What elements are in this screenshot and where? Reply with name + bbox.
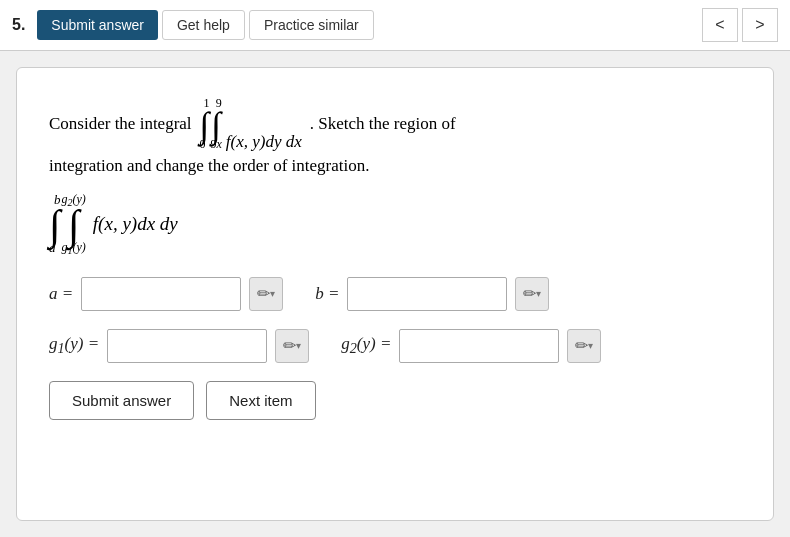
pencil-dropdown-b-icon: ▾: [536, 288, 541, 299]
pencil-icon: ✏: [257, 284, 270, 303]
g1-label: g1(y) =: [49, 334, 99, 357]
pencil-icon-g2: ✏: [575, 336, 588, 355]
text-consider: Consider the integral: [49, 114, 192, 134]
problem-statement-line2: integration and change the order of inte…: [49, 156, 741, 176]
g1-pencil-button[interactable]: ✏ ▾: [275, 329, 309, 363]
a-pencil-button[interactable]: ✏ ▾: [249, 277, 283, 311]
a-input[interactable]: [81, 277, 241, 311]
problem-statement-line1: Consider the integral 1 ∫ 0 9 ∫ 9x f(x, …: [49, 96, 741, 152]
b-pencil-button[interactable]: ✏ ▾: [515, 277, 549, 311]
g2-label: g2(y) =: [341, 334, 391, 357]
pencil-dropdown-g1-icon: ▾: [296, 340, 301, 351]
toolbar: 5. Submit answer Get help Practice simil…: [0, 0, 790, 51]
rewritten-integral-display: b ∫ a g2(y) ∫ g1(y) f(x, y)dx dy: [49, 192, 741, 257]
pencil-dropdown-g2-icon: ▾: [588, 340, 593, 351]
ab-input-row: a = ✏ ▾ b = ✏ ▾: [49, 277, 741, 311]
a-input-group: a = ✏ ▾: [49, 277, 283, 311]
g2-pencil-button[interactable]: ✏ ▾: [567, 329, 601, 363]
b-input-group: b = ✏ ▾: [315, 277, 549, 311]
rewritten-integrand: f(x, y)dx dy: [93, 213, 178, 235]
practice-similar-button[interactable]: Practice similar: [249, 10, 374, 40]
text-sketch: . Sketch the region of: [310, 114, 456, 134]
content-card: Consider the integral 1 ∫ 0 9 ∫ 9x f(x, …: [16, 67, 774, 521]
g2-input[interactable]: [399, 329, 559, 363]
b-label: b =: [315, 284, 339, 304]
submit-answer-button[interactable]: Submit answer: [37, 10, 158, 40]
g-input-row: g1(y) = ✏ ▾ g2(y) = ✏ ▾: [49, 329, 741, 363]
submit-answer-bottom-button[interactable]: Submit answer: [49, 381, 194, 420]
g2-input-group: g2(y) = ✏ ▾: [341, 329, 601, 363]
g1-input-group: g1(y) = ✏ ▾: [49, 329, 309, 363]
problem-number: 5.: [12, 16, 25, 34]
integrand-expr: f(x, y)dy dx: [226, 132, 302, 152]
int2-lower: 9x: [210, 137, 221, 152]
integral-expression: 1 ∫ 0 9 ∫ 9x f(x, y)dy dx: [200, 96, 302, 152]
g1-input[interactable]: [107, 329, 267, 363]
pencil-icon-g1: ✏: [283, 336, 296, 355]
inner-lower: g1(y): [62, 240, 86, 256]
text-integration-change: integration and change the order of inte…: [49, 156, 370, 175]
b-input[interactable]: [347, 277, 507, 311]
outer-lower: a: [49, 240, 56, 256]
bottom-buttons: Submit answer Next item: [49, 381, 741, 420]
int1-lower: 0: [200, 137, 206, 152]
get-help-button[interactable]: Get help: [162, 10, 245, 40]
nav-prev-button[interactable]: <: [702, 8, 738, 42]
a-label: a =: [49, 284, 73, 304]
pencil-icon-b: ✏: [523, 284, 536, 303]
pencil-dropdown-icon: ▾: [270, 288, 275, 299]
nav-next-button[interactable]: >: [742, 8, 778, 42]
next-item-button[interactable]: Next item: [206, 381, 315, 420]
